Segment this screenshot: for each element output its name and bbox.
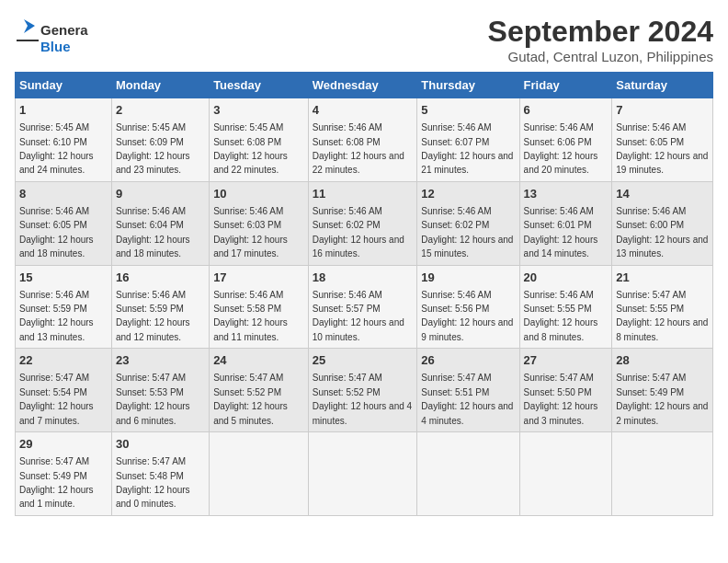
calendar-day-11: 11Sunrise: 5:46 AMSunset: 6:02 PMDayligh… [308,181,417,265]
title-area: September 2024 Gutad, Central Luzon, Phi… [488,15,713,64]
calendar-day-27: 27Sunrise: 5:47 AMSunset: 5:50 PMDayligh… [519,349,612,432]
day-info: Sunrise: 5:46 AMSunset: 6:07 PMDaylight:… [421,122,513,175]
day-number: 20 [524,270,609,286]
calendar-day-7: 7Sunrise: 5:46 AMSunset: 6:05 PMDaylight… [612,98,713,182]
calendar-day-2: 2Sunrise: 5:45 AMSunset: 6:09 PMDaylight… [111,98,209,182]
day-info: Sunrise: 5:46 AMSunset: 6:06 PMDaylight:… [524,122,598,175]
calendar-table: SundayMondayTuesdayWednesdayThursdayFrid… [15,72,713,516]
day-info: Sunrise: 5:46 AMSunset: 5:55 PMDaylight:… [524,290,598,342]
day-number: 27 [524,352,609,369]
calendar-day-3: 3Sunrise: 5:45 AMSunset: 6:08 PMDaylight… [210,98,309,182]
header-day-thursday: Thursday [417,73,519,98]
day-number: 14 [616,186,709,202]
header-day-saturday: Saturday [612,73,713,98]
day-info: Sunrise: 5:46 AMSunset: 6:02 PMDaylight:… [421,206,513,259]
day-info: Sunrise: 5:46 AMSunset: 6:05 PMDaylight:… [19,206,94,259]
day-number: 6 [524,102,609,119]
calendar-day-empty [308,432,417,516]
day-number: 11 [313,186,414,202]
day-number: 13 [524,186,609,202]
calendar-day-21: 21Sunrise: 5:47 AMSunset: 5:55 PMDayligh… [612,265,713,349]
day-info: Sunrise: 5:46 AMSunset: 5:59 PMDaylight:… [116,290,190,342]
day-info: Sunrise: 5:45 AMSunset: 6:08 PMDaylight:… [213,122,288,175]
main-title: September 2024 [488,15,713,49]
logo: GeneralBlue [15,15,88,61]
header-day-friday: Friday [519,73,612,98]
day-number: 17 [213,270,304,286]
calendar-day-6: 6Sunrise: 5:46 AMSunset: 6:06 PMDaylight… [519,98,612,182]
svg-text:Blue: Blue [40,39,71,54]
day-number: 23 [116,352,205,369]
calendar-day-30: 30Sunrise: 5:47 AMSunset: 5:48 PMDayligh… [111,432,209,516]
calendar-day-26: 26Sunrise: 5:47 AMSunset: 5:51 PMDayligh… [417,349,519,432]
day-info: Sunrise: 5:47 AMSunset: 5:52 PMDaylight:… [313,373,412,425]
day-number: 4 [313,102,414,119]
calendar-day-5: 5Sunrise: 5:46 AMSunset: 6:07 PMDaylight… [417,98,519,182]
day-info: Sunrise: 5:47 AMSunset: 5:48 PMDaylight:… [116,456,190,509]
calendar-day-18: 18Sunrise: 5:46 AMSunset: 5:57 PMDayligh… [308,265,417,349]
day-number: 29 [19,436,108,453]
calendar-day-22: 22Sunrise: 5:47 AMSunset: 5:54 PMDayligh… [16,349,112,432]
calendar-day-9: 9Sunrise: 5:46 AMSunset: 6:04 PMDaylight… [111,181,209,265]
day-number: 21 [616,270,709,286]
calendar-day-1: 1Sunrise: 5:45 AMSunset: 6:10 PMDaylight… [16,98,112,182]
day-info: Sunrise: 5:46 AMSunset: 6:01 PMDaylight:… [524,206,598,259]
calendar-day-28: 28Sunrise: 5:47 AMSunset: 5:49 PMDayligh… [612,349,713,432]
day-number: 8 [19,186,108,202]
calendar-week-3: 15Sunrise: 5:46 AMSunset: 5:59 PMDayligh… [16,265,713,349]
calendar-day-empty [612,432,713,516]
logo-svg: GeneralBlue [15,15,88,61]
day-info: Sunrise: 5:45 AMSunset: 6:10 PMDaylight:… [19,122,94,175]
day-info: Sunrise: 5:46 AMSunset: 6:04 PMDaylight:… [116,206,190,259]
day-info: Sunrise: 5:46 AMSunset: 5:56 PMDaylight:… [421,290,513,342]
svg-text:General: General [40,22,88,38]
day-number: 25 [313,352,414,369]
header-day-sunday: Sunday [16,73,112,98]
day-number: 26 [421,352,515,369]
calendar-day-16: 16Sunrise: 5:46 AMSunset: 5:59 PMDayligh… [111,265,209,349]
calendar-day-19: 19Sunrise: 5:46 AMSunset: 5:56 PMDayligh… [417,265,519,349]
day-number: 24 [213,352,304,369]
day-info: Sunrise: 5:47 AMSunset: 5:51 PMDaylight:… [421,373,513,425]
day-info: Sunrise: 5:46 AMSunset: 6:08 PMDaylight:… [313,122,404,175]
svg-marker-0 [24,19,35,33]
calendar-day-8: 8Sunrise: 5:46 AMSunset: 6:05 PMDaylight… [16,181,112,265]
day-number: 18 [313,270,414,286]
calendar-day-15: 15Sunrise: 5:46 AMSunset: 5:59 PMDayligh… [16,265,112,349]
day-info: Sunrise: 5:47 AMSunset: 5:52 PMDaylight:… [213,373,288,425]
calendar-day-empty [519,432,612,516]
day-number: 3 [213,102,304,119]
calendar-week-4: 22Sunrise: 5:47 AMSunset: 5:54 PMDayligh… [16,349,713,432]
calendar-day-13: 13Sunrise: 5:46 AMSunset: 6:01 PMDayligh… [519,181,612,265]
calendar-day-17: 17Sunrise: 5:46 AMSunset: 5:58 PMDayligh… [210,265,309,349]
day-number: 10 [213,186,304,202]
day-number: 30 [116,436,205,453]
calendar-day-29: 29Sunrise: 5:47 AMSunset: 5:49 PMDayligh… [16,432,112,516]
header-day-monday: Monday [111,73,209,98]
day-info: Sunrise: 5:46 AMSunset: 5:57 PMDaylight:… [313,290,404,342]
day-number: 5 [421,102,515,119]
header-day-tuesday: Tuesday [210,73,309,98]
calendar-day-empty [417,432,519,516]
day-info: Sunrise: 5:47 AMSunset: 5:50 PMDaylight:… [524,373,598,425]
day-info: Sunrise: 5:47 AMSunset: 5:53 PMDaylight:… [116,373,190,425]
subtitle: Gutad, Central Luzon, Philippines [488,49,713,64]
day-info: Sunrise: 5:46 AMSunset: 5:59 PMDaylight:… [19,290,94,342]
calendar-day-24: 24Sunrise: 5:47 AMSunset: 5:52 PMDayligh… [210,349,309,432]
day-number: 19 [421,270,515,286]
day-info: Sunrise: 5:46 AMSunset: 6:03 PMDaylight:… [213,206,288,259]
day-info: Sunrise: 5:47 AMSunset: 5:54 PMDaylight:… [19,373,94,425]
calendar-week-1: 1Sunrise: 5:45 AMSunset: 6:10 PMDaylight… [16,98,713,182]
day-number: 15 [19,270,108,286]
calendar-day-20: 20Sunrise: 5:46 AMSunset: 5:55 PMDayligh… [519,265,612,349]
header-day-wednesday: Wednesday [308,73,417,98]
day-info: Sunrise: 5:46 AMSunset: 6:00 PMDaylight:… [616,206,708,259]
day-info: Sunrise: 5:45 AMSunset: 6:09 PMDaylight:… [116,122,190,175]
calendar-day-14: 14Sunrise: 5:46 AMSunset: 6:00 PMDayligh… [612,181,713,265]
calendar-day-10: 10Sunrise: 5:46 AMSunset: 6:03 PMDayligh… [210,181,309,265]
calendar-day-4: 4Sunrise: 5:46 AMSunset: 6:08 PMDaylight… [308,98,417,182]
day-number: 9 [116,186,205,202]
calendar-week-5: 29Sunrise: 5:47 AMSunset: 5:49 PMDayligh… [16,432,713,516]
header-row: SundayMondayTuesdayWednesdayThursdayFrid… [16,73,713,98]
day-number: 16 [116,270,205,286]
